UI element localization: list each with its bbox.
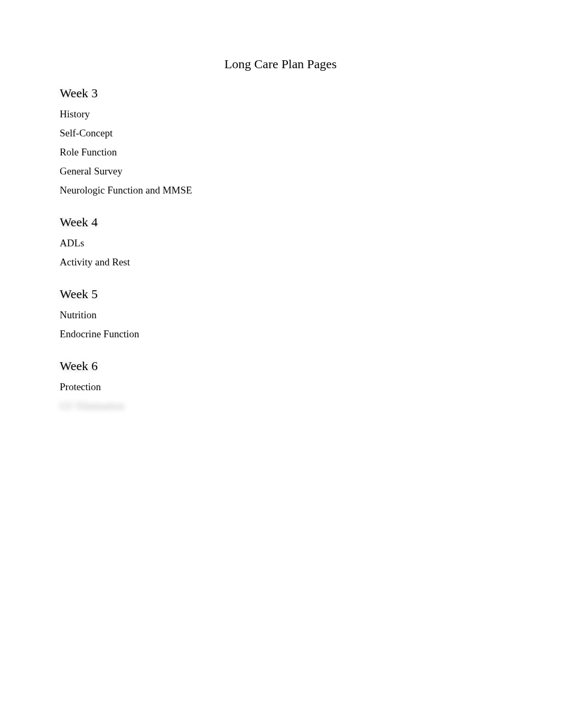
- section: Week 4ADLsActivity and Rest: [60, 215, 501, 267]
- section-heading: Week 6: [60, 359, 501, 373]
- document-page: Long Care Plan Pages Week 3HistorySelf-C…: [0, 0, 561, 411]
- list-item: ADLs: [60, 238, 501, 248]
- list-item: Protection: [60, 382, 501, 392]
- list-item: History: [60, 109, 501, 119]
- list-item: Self-Concept: [60, 128, 501, 138]
- list-item: General Survey: [60, 166, 501, 176]
- list-item: Neurologic Function and MMSE: [60, 185, 501, 195]
- list-item: Endocrine Function: [60, 329, 501, 339]
- sections-container: Week 3HistorySelf-ConceptRole FunctionGe…: [60, 86, 501, 411]
- section: Week 3HistorySelf-ConceptRole FunctionGe…: [60, 86, 501, 195]
- section-heading: Week 3: [60, 86, 501, 100]
- list-item: GU Elimination: [60, 401, 501, 411]
- section-heading: Week 5: [60, 287, 501, 301]
- section: Week 6ProtectionGU Elimination: [60, 359, 501, 411]
- list-item: Activity and Rest: [60, 257, 501, 267]
- list-item: Role Function: [60, 147, 501, 157]
- section: Week 5NutritionEndocrine Function: [60, 287, 501, 339]
- section-heading: Week 4: [60, 215, 501, 229]
- page-title: Long Care Plan Pages: [60, 57, 501, 71]
- list-item: Nutrition: [60, 310, 501, 320]
